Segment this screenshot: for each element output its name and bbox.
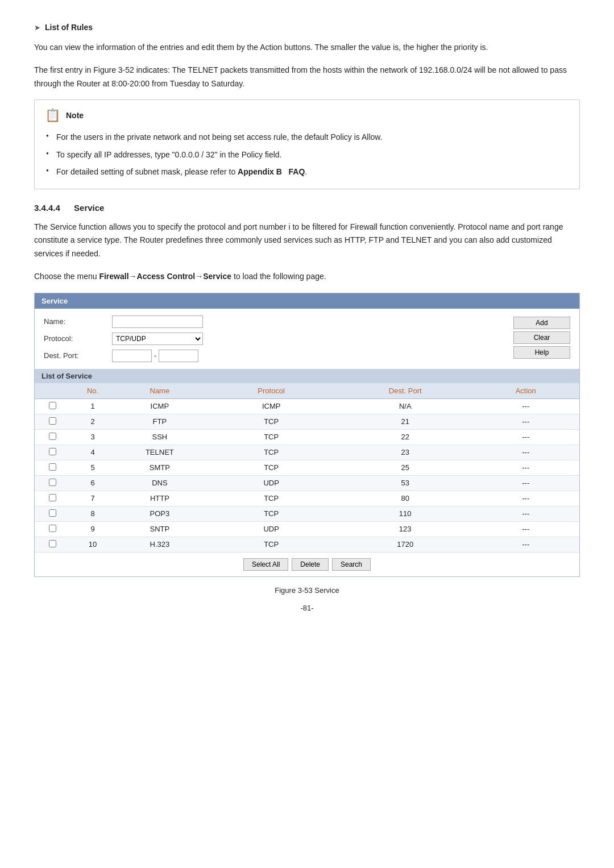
arrow-icon: ➤ bbox=[34, 23, 40, 32]
help-button[interactable]: Help bbox=[513, 346, 570, 359]
row-no: 4 bbox=[70, 445, 115, 460]
table-row: 8 POP3 TCP 110 --- bbox=[35, 506, 579, 521]
row-dest-port: 23 bbox=[338, 445, 472, 460]
row-protocol: TCP bbox=[204, 429, 338, 445]
subsection-heading: 3.4.4.4 Service bbox=[34, 203, 580, 213]
row-checkbox[interactable] bbox=[49, 540, 56, 547]
col-protocol: Protocol bbox=[204, 383, 338, 399]
table-row: 2 FTP TCP 21 --- bbox=[35, 414, 579, 429]
table-row: 10 H.323 TCP 1720 --- bbox=[35, 537, 579, 552]
row-action: --- bbox=[472, 414, 580, 429]
list-of-rules-title: List of Rules bbox=[45, 23, 93, 32]
row-checkbox[interactable] bbox=[49, 417, 56, 425]
row-name: ICMP bbox=[115, 398, 204, 414]
subsection-number: 3.4.4.4 bbox=[34, 203, 60, 213]
service-table: No. Name Protocol Dest. Port Action 1 IC… bbox=[35, 383, 579, 553]
para2: The first entry in Figure 3-52 indicates… bbox=[34, 64, 580, 91]
col-name: Name bbox=[115, 383, 204, 399]
row-checkbox[interactable] bbox=[49, 448, 56, 455]
col-no: No. bbox=[70, 383, 115, 399]
row-name: SMTP bbox=[115, 460, 204, 475]
delete-button[interactable]: Delete bbox=[292, 558, 329, 571]
form-buttons: Add Clear Help bbox=[513, 315, 570, 359]
row-protocol: TCP bbox=[204, 460, 338, 475]
note-icon: 📋 bbox=[45, 108, 60, 123]
row-action: --- bbox=[472, 460, 580, 475]
service-form: Name: Add Clear Help Protocol: TCP/UDP T… bbox=[35, 309, 579, 369]
row-dest-port: 80 bbox=[338, 491, 472, 506]
row-dest-port: N/A bbox=[338, 398, 472, 414]
row-name: H.323 bbox=[115, 537, 204, 552]
note-list: For the users in the private network and… bbox=[45, 128, 569, 180]
row-protocol: UDP bbox=[204, 475, 338, 491]
name-input[interactable] bbox=[112, 315, 203, 328]
row-name: DNS bbox=[115, 475, 204, 491]
figure-caption: Figure 3-53 Service bbox=[34, 586, 580, 595]
row-action: --- bbox=[472, 429, 580, 445]
row-checkbox[interactable] bbox=[49, 525, 56, 532]
row-checkbox[interactable] bbox=[49, 402, 56, 409]
row-dest-port: 21 bbox=[338, 414, 472, 429]
para1: You can view the information of the entr… bbox=[34, 41, 580, 55]
choose-menu-path: Firewall→Access Control→Service bbox=[99, 272, 231, 281]
dest-port-inputs: - bbox=[112, 350, 237, 362]
row-no: 9 bbox=[70, 521, 115, 537]
row-name: SSH bbox=[115, 429, 204, 445]
row-action: --- bbox=[472, 491, 580, 506]
note-item-2: To specify all IP addresses, type "0.0.0… bbox=[45, 146, 569, 163]
table-row: 4 TELNET TCP 23 --- bbox=[35, 445, 579, 460]
row-checkbox[interactable] bbox=[49, 433, 56, 440]
clear-button[interactable]: Clear bbox=[513, 331, 570, 344]
row-checkbox-cell bbox=[35, 445, 70, 460]
row-name: TELNET bbox=[115, 445, 204, 460]
dest-port-label: Dest. Port: bbox=[44, 351, 112, 360]
page-number: -81- bbox=[34, 604, 580, 612]
row-protocol: UDP bbox=[204, 521, 338, 537]
table-row: 3 SSH TCP 22 --- bbox=[35, 429, 579, 445]
row-name: SNTP bbox=[115, 521, 204, 537]
row-checkbox-cell bbox=[35, 429, 70, 445]
dest-port-dash: - bbox=[154, 351, 156, 360]
row-checkbox-cell bbox=[35, 414, 70, 429]
row-protocol: TCP bbox=[204, 414, 338, 429]
row-name: FTP bbox=[115, 414, 204, 429]
row-name: POP3 bbox=[115, 506, 204, 521]
row-protocol: TCP bbox=[204, 506, 338, 521]
row-checkbox-cell bbox=[35, 398, 70, 414]
row-checkbox[interactable] bbox=[49, 463, 56, 471]
table-row: 9 SNTP UDP 123 --- bbox=[35, 521, 579, 537]
note-box: 📋 Note For the users in the private netw… bbox=[34, 99, 580, 189]
protocol-label: Protocol: bbox=[44, 334, 112, 343]
row-action: --- bbox=[472, 521, 580, 537]
note-label: Note bbox=[66, 111, 84, 120]
row-no: 6 bbox=[70, 475, 115, 491]
select-all-button[interactable]: Select All bbox=[243, 558, 288, 571]
table-footer: Select All Delete Search bbox=[35, 553, 579, 576]
search-button[interactable]: Search bbox=[332, 558, 371, 571]
protocol-select[interactable]: TCP/UDP TCP UDP ICMP bbox=[112, 333, 203, 345]
note-item-3: For detailed setting of subnet mask, ple… bbox=[45, 163, 569, 180]
col-checkbox bbox=[35, 383, 70, 399]
row-checkbox[interactable] bbox=[49, 494, 56, 501]
row-no: 8 bbox=[70, 506, 115, 521]
subsection-title: Service bbox=[74, 203, 104, 213]
row-dest-port: 25 bbox=[338, 460, 472, 475]
row-checkbox[interactable] bbox=[49, 479, 56, 486]
row-protocol: TCP bbox=[204, 537, 338, 552]
table-row: 1 ICMP ICMP N/A --- bbox=[35, 398, 579, 414]
dest-port-to[interactable] bbox=[159, 350, 198, 362]
add-button[interactable]: Add bbox=[513, 317, 570, 329]
table-row: 5 SMTP TCP 25 --- bbox=[35, 460, 579, 475]
dest-port-from[interactable] bbox=[112, 350, 152, 362]
row-dest-port: 53 bbox=[338, 475, 472, 491]
row-dest-port: 123 bbox=[338, 521, 472, 537]
row-action: --- bbox=[472, 445, 580, 460]
row-checkbox-cell bbox=[35, 537, 70, 552]
row-no: 5 bbox=[70, 460, 115, 475]
row-checkbox[interactable] bbox=[49, 509, 56, 517]
row-dest-port: 22 bbox=[338, 429, 472, 445]
row-no: 2 bbox=[70, 414, 115, 429]
choose-menu-text: Choose the menu Firewall→Access Control→… bbox=[34, 270, 580, 284]
service-panel: Service Name: Add Clear Help Protocol: T… bbox=[34, 293, 580, 577]
row-checkbox-cell bbox=[35, 506, 70, 521]
